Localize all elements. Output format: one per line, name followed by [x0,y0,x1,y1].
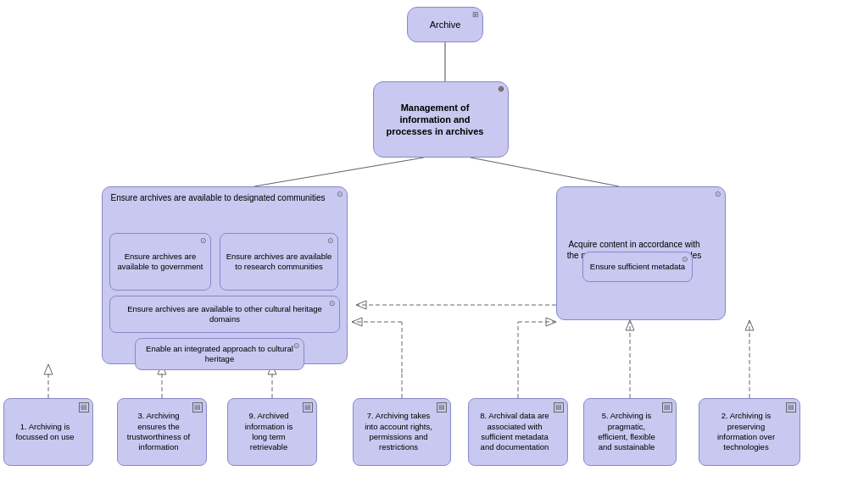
node-metadata[interactable]: Ensure sufficient metadata ⊙ [582,252,693,282]
integrated-label: Enable an integrated approach to cultura… [141,344,298,365]
svg-line-2 [471,158,619,186]
metadata-icon: ⊙ [682,255,688,265]
b3-label: 3. Archiving ensures the trustworthiness… [123,411,201,452]
b8-icon: ▤ [554,402,564,413]
b3-icon: ▤ [192,402,203,413]
integrated-icon: ⊙ [293,341,300,352]
svg-marker-21 [356,301,366,309]
b7-label: 7. Archiving takes into account rights, … [359,411,445,452]
node-cultural[interactable]: Ensure archives are available to other c… [109,296,340,333]
svg-marker-4 [44,364,53,374]
b1-icon: ▤ [79,402,89,413]
management-icon: ⊕ [498,85,504,95]
node-archive[interactable]: Archive ⊞ [407,7,483,42]
government-label: Ensure archives are available to governm… [115,252,205,273]
b8-label: 8. Archival data are associated with suf… [474,411,562,452]
acquire-icon: ⊙ [715,190,722,200]
node-b1[interactable]: 1. Archiving is focussed on use ▤ [3,398,93,466]
research-label: Ensure archives are available to researc… [226,252,332,273]
research-icon: ⊙ [327,236,334,246]
cultural-icon: ⊙ [329,299,336,309]
b7-icon: ▤ [437,402,447,413]
svg-marker-19 [745,320,754,330]
b5-label: 5. Archiving is pragmatic, efficient, fl… [589,411,671,452]
designated-label: Ensure archives are available to designa… [103,192,347,203]
node-b7[interactable]: 7. Archiving takes into account rights, … [353,398,451,466]
b1-label: 1. Archiving is focussed on use [9,422,87,443]
node-b3[interactable]: 3. Archiving ensures the trustworthiness… [117,398,207,466]
svg-marker-15 [546,318,556,326]
node-government[interactable]: Ensure archives are available to governm… [109,233,211,291]
b5-icon: ▤ [662,402,672,413]
node-designated[interactable]: Ensure archives are available to designa… [102,186,348,364]
b2-label: 2. Archiving is preserving information o… [705,411,794,452]
svg-marker-17 [626,320,634,330]
node-b8[interactable]: 8. Archival data are associated with suf… [468,398,568,466]
node-research[interactable]: Ensure archives are available to researc… [220,233,338,291]
node-b9[interactable]: 9. Archived information is long term ret… [227,398,317,466]
management-label: Management of information and processes … [379,102,503,138]
b9-label: 9. Archived information is long term ret… [233,411,311,452]
node-acquire[interactable]: Acquire content in accordance with the m… [556,186,726,320]
svg-marker-12 [352,318,362,326]
node-integrated[interactable]: Enable an integrated approach to cultura… [135,338,304,370]
b2-icon: ▤ [786,402,796,413]
government-icon: ⊙ [200,236,207,246]
svg-line-1 [254,158,424,186]
designated-icon: ⊙ [337,190,343,200]
archive-icon: ⊞ [472,10,479,20]
cultural-label: Ensure archives are available to other c… [115,304,334,325]
b9-icon: ▤ [303,402,313,413]
metadata-label: Ensure sufficient metadata [590,262,685,272]
diagram-container: Archive ⊞ Management of information and … [0,0,858,504]
archive-label: Archive [430,19,461,30]
node-management[interactable]: Management of information and processes … [373,81,509,158]
node-b5[interactable]: 5. Archiving is pragmatic, efficient, fl… [583,398,677,466]
node-b2[interactable]: 2. Archiving is preserving information o… [699,398,800,466]
